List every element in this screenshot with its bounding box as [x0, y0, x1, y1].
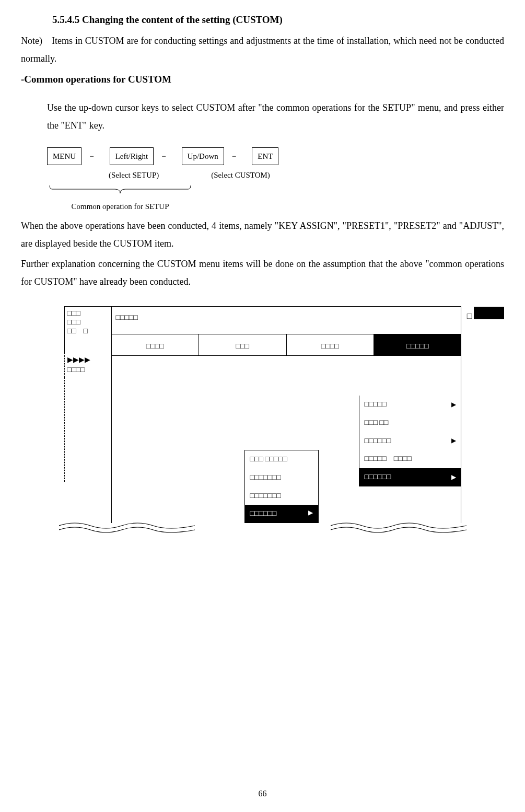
submenu-label: □□□ □□ — [365, 416, 389, 430]
select-custom-label: (Select CUSTOM) — [211, 168, 270, 183]
ent-key: ENT — [252, 147, 278, 166]
body-paragraph-2: Further explanation concerning the CUSTO… — [21, 255, 504, 291]
diagram-tab-selected: □□□□□ — [374, 334, 461, 355]
section-title: 5.5.4.5 Changing the content of the sett… — [52, 10, 504, 29]
diagram-tab: □□□□ — [112, 334, 200, 355]
submenu2-label: □□□□□□ — [250, 507, 277, 521]
diagram-tab: □□□□ — [287, 334, 375, 355]
arrow-right-icon: ▶ — [308, 507, 313, 521]
up-down-key: Up/Down — [182, 147, 224, 166]
sidebar-arrows-text: ▶▶▶▶ — [67, 355, 109, 365]
sub-heading: -Common operations for CUSTOM — [21, 70, 504, 89]
brace-label: Common operation for SETUP — [47, 199, 193, 214]
arrow-right-icon: ▶ — [451, 471, 456, 483]
submenu2-label: □□□ □□□□□ — [250, 453, 287, 467]
submenu2-item: □□□□□□□ — [245, 487, 318, 505]
select-setup-label: (Select SETUP) — [109, 168, 159, 183]
sidebar-text-2: □□□ — [67, 318, 109, 327]
flow-separator: − — [161, 149, 173, 164]
right-open-box: □ — [465, 307, 474, 326]
sidebar-below-text: □□□□ — [67, 365, 109, 375]
diagram-header: □□□□□ — [112, 307, 461, 334]
submenu2-label: □□□□□□□ — [250, 471, 281, 485]
diagram-sidebar: □□□ □□□ □□ □ ▶▶▶▶ □□□□ — [64, 307, 112, 523]
wavy-line-icon — [59, 520, 195, 536]
key-flow-diagram: MENU − Left/Right − Up/Down − ENT — [47, 147, 504, 166]
instruction-text: Use the up-down cursor keys to select CU… — [47, 99, 504, 134]
diagram-main-area: □□□□□ □□□□ □□□ □□□□ □□□□□ □□□□□ ▶ □□□ □□ — [112, 307, 461, 523]
submenu-item: □□□□□ ▶ — [359, 396, 461, 414]
wavy-line-icon — [331, 520, 466, 536]
submenu-item-selected: □□□□□□ ▶ — [359, 468, 461, 486]
sidebar-text-1: □□□ — [67, 309, 109, 318]
submenu2-item: □□□ □□□□□ — [245, 450, 318, 469]
submenu-label: □□□□□□ — [365, 434, 391, 448]
right-indicator: □ — [465, 307, 504, 326]
submenu2-item: □□□□□□□ — [245, 469, 318, 487]
right-black-box — [474, 307, 504, 319]
left-right-key: Left/Right — [110, 147, 154, 166]
submenu2-item-selected: □□□□□□ ▶ — [245, 505, 318, 523]
menu-key: MENU — [47, 147, 81, 166]
diagram-tabs: □□□□ □□□ □□□□ □□□□□ — [112, 334, 461, 356]
flow-separator: − — [232, 149, 244, 164]
diagram-submenu: □□□□□ ▶ □□□ □□ □□□□□□ ▶ □□□□□ □□□□ □□□□□ — [359, 396, 461, 486]
submenu-label: □□□□□□ — [365, 470, 391, 484]
arrow-right-icon: ▶ — [451, 435, 456, 447]
submenu-label: □□□□□ □□□□ — [365, 452, 412, 466]
flow-labels: (Select SETUP) (Select CUSTOM) — [47, 168, 504, 183]
diagram-tab: □□□ — [199, 334, 287, 355]
note-paragraph: Note) Items in CUSTOM are for conducting… — [21, 32, 504, 67]
diagram-submenu2: □□□ □□□□□ □□□□□□□ □□□□□□□ □□□□□□ ▶ — [244, 450, 319, 523]
submenu2-label: □□□□□□□ — [250, 489, 281, 503]
submenu-label: □□□□□ — [365, 398, 387, 412]
submenu-item: □□□□□ □□□□ — [359, 450, 461, 468]
brace-container: Common operation for SETUP — [47, 183, 193, 214]
sidebar-text-3: □□ □ — [67, 327, 109, 336]
submenu-item: □□□ □□ — [359, 414, 461, 432]
screen-diagram: □□□ □□□ □□ □ ▶▶▶▶ □□□□ □□□□□ □□□□ □□□ □□… — [64, 306, 461, 523]
flow-separator: − — [89, 149, 101, 164]
arrow-right-icon: ▶ — [451, 399, 456, 411]
brace-icon — [47, 183, 193, 196]
submenu-item: □□□□□□ ▶ — [359, 432, 461, 450]
body-paragraph-1: When the above operations have been cond… — [21, 217, 504, 252]
